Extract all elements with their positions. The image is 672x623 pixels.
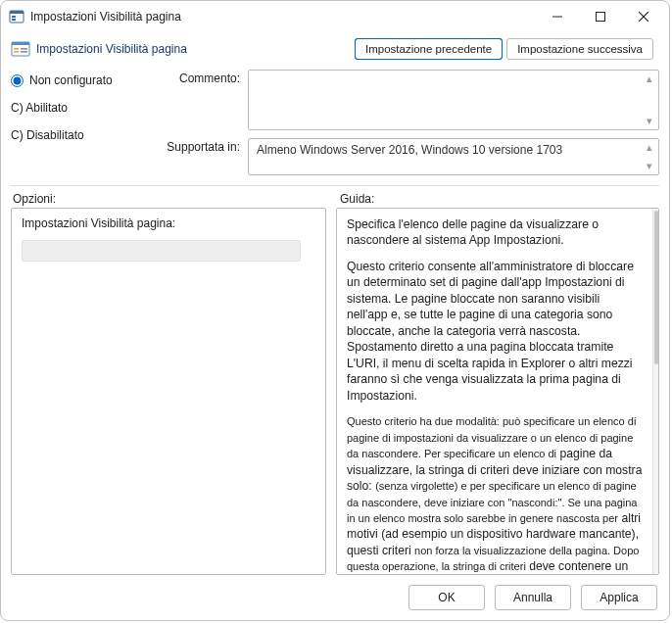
svg-rect-5 (597, 13, 605, 22)
supported-label: Supportata in: (160, 138, 240, 154)
comment-value (249, 71, 641, 129)
radio-disabled[interactable]: C) Disabilitato (11, 128, 148, 142)
policy-title: Impostazioni Visibilità pagina (36, 42, 355, 56)
supported-spinner: ▴ ▾ (641, 139, 658, 174)
comment-label: Commento: (160, 70, 240, 85)
next-setting-button[interactable]: Impostazione successiva (506, 38, 653, 60)
guide-para-2: Questo criterio consente all'amministrat… (347, 259, 643, 404)
radio-disabled-label: C) Disabilitato (11, 128, 84, 142)
close-button[interactable] (622, 2, 665, 31)
up-arrow-icon[interactable]: ▴ (647, 72, 652, 85)
nav-buttons: Impostazione precedente Impostazione suc… (355, 38, 653, 60)
options-field-input[interactable] (22, 240, 301, 262)
guide-para-1: Specifica l'elenco delle pagine da visua… (347, 216, 643, 249)
window-icon (9, 9, 24, 24)
down-arrow-icon[interactable]: ▾ (647, 160, 652, 172)
up-arrow-icon[interactable]: ▴ (647, 141, 652, 154)
svg-rect-9 (12, 42, 29, 45)
dialog-window: Impostazioni Visibilità pagina Impostazi… (0, 0, 670, 621)
svg-rect-12 (21, 48, 27, 50)
guide-scroll-thumb[interactable] (654, 211, 658, 364)
svg-rect-13 (21, 51, 27, 53)
options-label: Opzioni: (13, 192, 326, 206)
comment-textbox[interactable]: ▴ ▾ (248, 70, 659, 130)
svg-rect-2 (12, 16, 16, 18)
radio-not-configured-label: Non configurato (29, 73, 113, 87)
header-row: Impostazioni Visibilità pagina Impostazi… (1, 32, 669, 70)
apply-button[interactable]: Applica (581, 585, 657, 610)
panels: Impostazioni Visibilità pagina: Specific… (1, 206, 669, 575)
maximize-button[interactable] (579, 2, 622, 31)
policy-icon (11, 39, 30, 59)
previous-setting-button[interactable]: Impostazione precedente (355, 38, 503, 60)
guide-para-3: Questo criterio ha due modalità: può spe… (347, 413, 643, 574)
guide-label: Guida: (340, 192, 374, 206)
ok-button[interactable]: OK (408, 585, 485, 610)
window-title: Impostazioni Visibilità pagina (30, 10, 536, 24)
panels-header: Opzioni: Guida: (1, 192, 669, 206)
comment-spinner: ▴ ▾ (641, 71, 658, 129)
guide-panel: Specifica l'elenco delle pagine da visua… (336, 208, 659, 575)
minimize-button[interactable] (536, 2, 579, 31)
fields-column: Commento: ▴ ▾ Supportata in: Almeno Wind… (160, 70, 659, 175)
svg-rect-3 (12, 19, 16, 21)
supported-value: Almeno Windows Server 2016, Windows 10 v… (249, 139, 641, 174)
radio-group: Non configurato C) Abilitato C) Disabili… (11, 70, 148, 175)
supported-textbox[interactable]: Almeno Windows Server 2016, Windows 10 v… (248, 138, 659, 175)
supported-row: Supportata in: Almeno Windows Server 201… (160, 138, 659, 175)
options-panel: Impostazioni Visibilità pagina: (11, 208, 326, 575)
radio-enabled[interactable]: C) Abilitato (11, 101, 148, 115)
cancel-button[interactable]: Annulla (495, 585, 571, 610)
options-field-label: Impostazioni Visibilità pagina: (22, 216, 315, 230)
radio-enabled-label: C) Abilitato (11, 101, 68, 115)
radio-not-configured[interactable]: Non configurato (11, 73, 148, 87)
comment-row: Commento: ▴ ▾ (160, 70, 659, 130)
guide-body: Specifica l'elenco delle pagine da visua… (337, 209, 652, 574)
config-area: Non configurato C) Abilitato C) Disabili… (1, 70, 669, 175)
svg-rect-10 (14, 48, 19, 50)
guide-scrollbar[interactable] (652, 209, 658, 574)
down-arrow-icon[interactable]: ▾ (647, 115, 652, 127)
divider (11, 185, 659, 186)
svg-rect-1 (10, 11, 24, 14)
footer: OK Annulla Applica (1, 575, 669, 620)
svg-rect-11 (14, 51, 19, 53)
title-bar: Impostazioni Visibilità pagina (1, 1, 669, 32)
radio-not-configured-input[interactable] (11, 74, 24, 87)
